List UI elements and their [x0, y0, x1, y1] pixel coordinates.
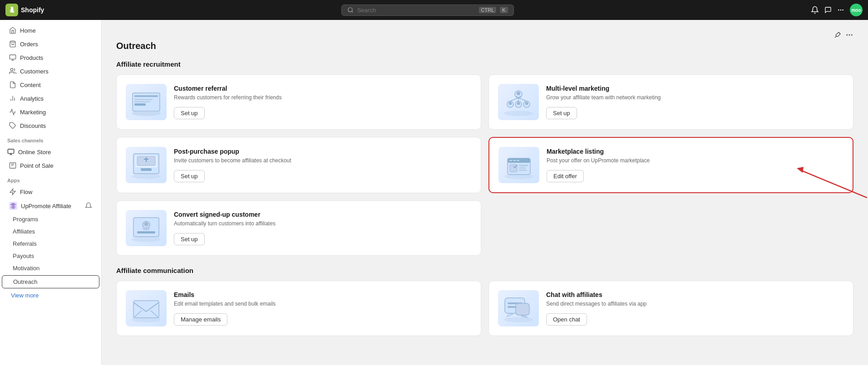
svg-point-8 — [10, 68, 13, 71]
svg-line-37 — [510, 98, 518, 101]
sidebar-subitem-programs[interactable]: Programs — [2, 213, 99, 225]
bell-icon[interactable] — [811, 6, 819, 14]
sidebar-item-flow-label: Flow — [20, 189, 32, 195]
sidebar-subitem-programs-label: Programs — [13, 216, 38, 223]
card-title-convert: Convert signed-up customer — [174, 211, 472, 218]
card-content-convert: Convert signed-up customer Automatically… — [174, 211, 472, 245]
sidebar-item-marketing[interactable]: Marketing — [2, 105, 99, 119]
section-recruitment-title: Affiliate recruitment — [116, 60, 853, 68]
svg-rect-48 — [509, 160, 512, 161]
svg-rect-13 — [8, 149, 14, 153]
more-header-icon[interactable] — [845, 31, 853, 39]
sidebar-item-products[interactable]: Products — [2, 51, 99, 64]
search-shortcut-ctrl: CTRL — [479, 7, 497, 13]
sidebar-item-uppromote[interactable]: UpPromote Affiliate — [2, 199, 99, 213]
avatar[interactable]: moo — [850, 4, 863, 16]
svg-rect-44 — [141, 168, 152, 171]
svg-point-19 — [852, 34, 853, 35]
svg-point-34 — [517, 102, 520, 105]
card-btn-marketplace[interactable]: Edit offer — [547, 170, 584, 182]
svg-rect-63 — [133, 301, 159, 318]
sidebar-item-content[interactable]: Content — [2, 78, 99, 92]
sidebar-item-pos-label: Point of Sale — [20, 162, 54, 169]
sidebar: Home Orders Products Customers Content A… — [0, 20, 102, 365]
search-shortcut-k: K — [500, 7, 508, 13]
sidebar-subitem-affiliates[interactable]: Affiliates — [2, 225, 99, 238]
orders-icon — [9, 40, 16, 48]
search-bar[interactable]: CTRL K — [341, 5, 514, 16]
pin-icon[interactable] — [824, 6, 832, 14]
card-btn-chat[interactable]: Open chat — [546, 313, 587, 326]
svg-rect-26 — [134, 103, 146, 106]
post-purchase-illustration — [128, 149, 164, 181]
sidebar-subitem-payouts-label: Payouts — [13, 253, 34, 259]
sidebar-subitem-payouts[interactable]: Payouts — [2, 250, 99, 262]
card-title-post-purchase: Post-purchase popup — [174, 148, 472, 155]
sidebar-item-marketing-label: Marketing — [20, 109, 46, 116]
uppromote-app-icon — [9, 202, 17, 210]
discounts-icon — [9, 122, 16, 129]
view-more[interactable]: View more — [0, 289, 101, 302]
card-btn-referral[interactable]: Set up — [174, 107, 205, 119]
svg-rect-53 — [519, 167, 526, 169]
shopify-logo-text: shopify — [21, 6, 44, 14]
more-icon[interactable] — [837, 6, 844, 14]
sidebar-subitem-outreach[interactable]: Outreach — [2, 275, 99, 288]
sidebar-item-customers[interactable]: Customers — [2, 64, 99, 78]
sidebar-item-uppromote-label: UpPromote Affiliate — [21, 203, 71, 209]
sidebar-item-analytics[interactable]: Analytics — [2, 92, 99, 105]
shopify-logo[interactable]: shopify — [5, 4, 44, 16]
sidebar-subitem-referrals-label: Referrals — [13, 240, 37, 247]
card-content-emails: Emails Edit email templates and send bul… — [174, 291, 472, 326]
sidebar-item-flow[interactable]: Flow — [2, 185, 99, 199]
card-btn-post-purchase[interactable]: Set up — [174, 170, 205, 182]
svg-point-28 — [504, 111, 533, 116]
svg-rect-50 — [517, 160, 519, 161]
mlm-illustration — [500, 86, 537, 118]
sidebar-subitem-affiliates-label: Affiliates — [13, 228, 35, 235]
chat-illustration — [500, 292, 537, 324]
card-icon-convert — [126, 210, 167, 246]
sidebar-item-content-label: Content — [20, 82, 41, 88]
online-store-label: Online Store — [18, 149, 51, 156]
card-btn-emails[interactable]: Manage emails — [174, 313, 227, 326]
svg-rect-23 — [134, 95, 158, 97]
card-marketplace: Marketplace listing Post your offer on U… — [488, 137, 853, 193]
sidebar-item-home-label: Home — [20, 27, 36, 34]
sidebar-subitem-motivation[interactable]: Motivation — [2, 262, 99, 274]
sidebar-item-discounts[interactable]: Discounts — [2, 119, 99, 132]
apps-label: Apps — [0, 174, 101, 185]
svg-point-1 — [840, 10, 841, 10]
card-desc-referral: Rewards customers for referring their fr… — [174, 94, 472, 102]
sidebar-item-pos[interactable]: Point of Sale — [2, 159, 99, 172]
card-content-chat: Chat with affiliates Send direct message… — [546, 291, 844, 326]
products-icon — [9, 54, 16, 61]
svg-rect-71 — [516, 303, 529, 315]
search-input[interactable] — [357, 7, 475, 14]
content-icon — [9, 81, 16, 88]
card-desc-post-purchase: Invite customers to become affiliates at… — [174, 157, 472, 165]
sidebar-item-orders[interactable]: Orders — [2, 37, 99, 51]
svg-point-57 — [132, 237, 161, 242]
recruitment-cards-bottom: Convert signed-up customer Automatically… — [116, 200, 853, 256]
emails-illustration — [128, 292, 164, 324]
sidebar-item-orders-label: Orders — [20, 41, 38, 48]
sidebar-item-home[interactable]: Home — [2, 24, 99, 37]
svg-point-30 — [517, 92, 520, 95]
svg-rect-25 — [134, 101, 150, 102]
sidebar-subitem-referrals[interactable]: Referrals — [2, 238, 99, 250]
sidebar-item-analytics-label: Analytics — [20, 95, 44, 102]
svg-point-66 — [504, 317, 533, 322]
card-btn-convert[interactable]: Set up — [174, 233, 205, 245]
card-chat: Chat with affiliates Send direct message… — [488, 281, 853, 336]
card-icon-referral — [126, 84, 167, 120]
sidebar-subitem-motivation-label: Motivation — [13, 265, 39, 272]
sales-channels-toggle[interactable]: Online Store — [0, 145, 101, 159]
card-btn-mlm[interactable]: Set up — [546, 107, 577, 119]
recruitment-cards-top: Customer referral Rewards customers for … — [116, 74, 853, 130]
card-desc-mlm: Grow your affiliate team with network ma… — [546, 94, 844, 102]
pin-header-icon[interactable] — [833, 31, 842, 39]
card-customer-referral: Customer referral Rewards customers for … — [116, 74, 481, 130]
card-title-marketplace: Marketplace listing — [547, 148, 843, 155]
recruitment-cards-middle: Post-purchase popup Invite customers to … — [116, 137, 853, 193]
